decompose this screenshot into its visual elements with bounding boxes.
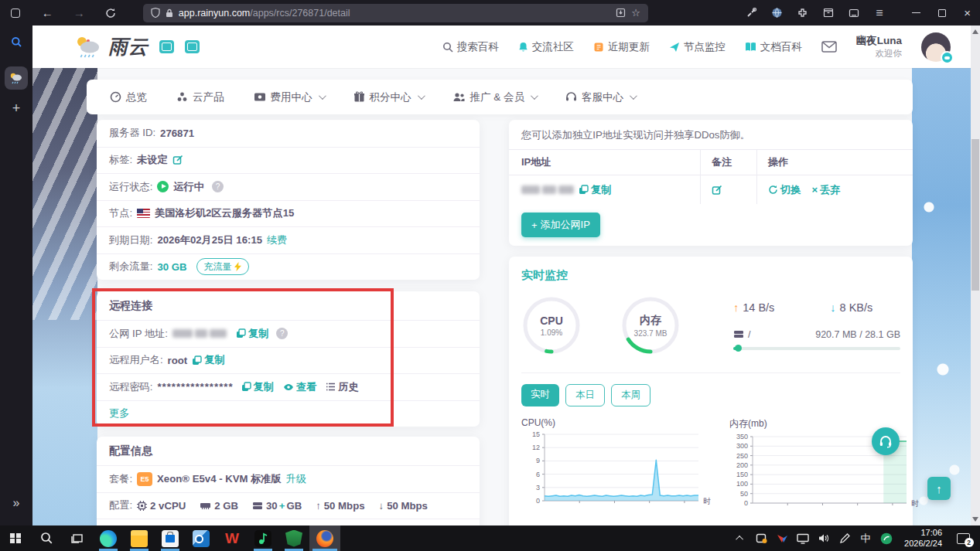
menu-icon[interactable]: ≡ bbox=[869, 4, 890, 22]
taskbar-music-app[interactable] bbox=[248, 525, 278, 551]
support-float-button[interactable] bbox=[872, 427, 900, 455]
forward-button[interactable]: → bbox=[69, 4, 90, 22]
taskbar-store[interactable] bbox=[155, 525, 186, 551]
copy-ip-link[interactable]: 复制 bbox=[579, 183, 611, 197]
tray-av-icon[interactable] bbox=[776, 532, 788, 545]
tray-clock[interactable]: 17:06 2026/2/24 bbox=[904, 528, 942, 549]
notification-center-button[interactable]: 2 bbox=[954, 532, 972, 545]
tab-week[interactable]: 本周 bbox=[611, 384, 650, 406]
edit-icon[interactable] bbox=[172, 155, 183, 165]
minimize-button[interactable] bbox=[903, 3, 929, 23]
taskbar-firefox[interactable] bbox=[309, 525, 340, 551]
node-value: 美国洛杉矶2区云服务器节点15 bbox=[155, 206, 294, 220]
headset-icon bbox=[879, 435, 893, 448]
copy-user-link[interactable]: 复制 bbox=[192, 353, 224, 367]
tab-today[interactable]: 本日 bbox=[565, 384, 605, 406]
renew-link[interactable]: 续费 bbox=[267, 233, 287, 247]
password-history-link[interactable]: 历史 bbox=[326, 380, 358, 394]
taskbar-explorer[interactable] bbox=[124, 525, 155, 551]
taskbar-outlook[interactable] bbox=[186, 525, 217, 551]
tab-manager-icon[interactable] bbox=[11, 9, 20, 18]
help-icon[interactable]: ? bbox=[212, 181, 224, 192]
spec-download: ↓50 Mbps bbox=[379, 500, 428, 512]
download-arrow-icon: ↓ bbox=[830, 301, 835, 314]
mail-button[interactable] bbox=[821, 41, 837, 53]
help-icon[interactable]: ? bbox=[276, 328, 288, 339]
page-viewport: 雨云 搜索百科 交流社区 近期更新 节点监控 文档百科 bbox=[32, 26, 971, 525]
header-nav: 搜索百科 交流社区 近期更新 节点监控 文档百科 幽夜Luna bbox=[442, 32, 951, 62]
active-tab-rainyun[interactable] bbox=[5, 66, 28, 90]
scrollbar-thumb[interactable] bbox=[971, 139, 979, 291]
nav-community[interactable]: 交流社区 bbox=[518, 40, 574, 54]
new-tab-button[interactable]: + bbox=[12, 100, 21, 117]
discard-ip-link[interactable]: × 丢弃 bbox=[811, 183, 840, 197]
taskbar-wps[interactable]: W bbox=[217, 525, 248, 551]
subnav-overview[interactable]: 总览 bbox=[110, 90, 147, 104]
upgrade-link[interactable]: 升级 bbox=[286, 472, 306, 486]
nav-docs[interactable]: 文档百科 bbox=[745, 40, 802, 54]
extension-icon[interactable] bbox=[792, 4, 813, 22]
url-bar[interactable]: app.rainyun.com/apps/rcs/276871/detail ☆ bbox=[143, 4, 648, 22]
close-button[interactable]: × bbox=[954, 3, 980, 23]
taskbar-search-button[interactable] bbox=[31, 525, 62, 551]
password-masked: **************** bbox=[157, 381, 233, 393]
ime-indicator[interactable]: 中 bbox=[859, 532, 872, 545]
page-scrollbar[interactable] bbox=[971, 26, 980, 525]
tray-volume-icon[interactable] bbox=[818, 532, 830, 545]
start-button[interactable] bbox=[0, 525, 31, 551]
subnav-cloud-products[interactable]: 云产品 bbox=[176, 90, 224, 104]
tab-search-icon[interactable] bbox=[11, 36, 22, 48]
restore-button[interactable] bbox=[929, 3, 954, 23]
expand-sidebar-icon[interactable]: » bbox=[13, 496, 20, 510]
scroll-up-arrow[interactable] bbox=[972, 29, 978, 34]
avatar[interactable] bbox=[921, 32, 951, 62]
tray-display-icon[interactable] bbox=[797, 532, 809, 545]
nav-recent-updates[interactable]: 近期更新 bbox=[593, 40, 650, 54]
list-icon bbox=[326, 383, 336, 391]
tray-pen-icon[interactable] bbox=[838, 532, 851, 545]
remote-user-value: root bbox=[168, 355, 188, 366]
tab-realtime[interactable]: 实时 bbox=[521, 384, 559, 406]
bell-icon bbox=[518, 42, 528, 53]
browser-chrome: ← → app.rainyun.com/apps/rcs/276871/deta… bbox=[0, 0, 980, 26]
svg-text:200: 200 bbox=[736, 461, 748, 469]
user-info[interactable]: 幽夜Luna 欢迎你 bbox=[856, 35, 902, 59]
back-button[interactable]: ← bbox=[37, 4, 58, 22]
svg-text:0: 0 bbox=[536, 497, 540, 505]
wrench-icon[interactable] bbox=[741, 4, 762, 22]
archive-box-icon[interactable] bbox=[818, 4, 838, 22]
view-password-link[interactable]: 查看 bbox=[283, 380, 316, 394]
switch-ip-link[interactable]: 切换 bbox=[768, 183, 801, 197]
nav-search-wiki[interactable]: 搜索百科 bbox=[442, 40, 499, 54]
account-globe-icon[interactable] bbox=[767, 4, 787, 22]
add-public-ip-button[interactable]: + 添加公网IP bbox=[521, 213, 600, 237]
subnav-support[interactable]: 客服中心 bbox=[565, 90, 635, 104]
eye-icon bbox=[283, 383, 294, 391]
cubes-icon bbox=[176, 91, 188, 103]
tray-expand-chevron[interactable] bbox=[734, 532, 746, 545]
bookmark-star-icon[interactable]: ☆ bbox=[631, 7, 640, 19]
scroll-down-arrow[interactable] bbox=[972, 517, 978, 522]
nav-node-monitor[interactable]: 节点监控 bbox=[669, 40, 726, 54]
reader-view-icon[interactable] bbox=[843, 4, 864, 22]
recharge-traffic-button[interactable]: 充流量 bbox=[196, 258, 249, 275]
copy-password-link[interactable]: 复制 bbox=[241, 380, 274, 394]
row-plan: 套餐: E5 Xeon® E5v4 - KVM 标准版 升级 bbox=[97, 465, 480, 492]
subnav-points[interactable]: 积分中心 bbox=[353, 90, 423, 104]
task-view-button[interactable] bbox=[62, 525, 93, 551]
rainyun-logo[interactable]: 雨云 bbox=[73, 34, 200, 60]
scroll-top-button[interactable]: ↑ bbox=[927, 477, 951, 500]
subnav-referral[interactable]: 推广 & 会员 bbox=[452, 90, 537, 104]
taskbar-shield-app[interactable] bbox=[278, 525, 309, 551]
more-link[interactable]: 更多 bbox=[109, 406, 129, 420]
copy-ip-link[interactable]: 复制 bbox=[236, 327, 268, 341]
reload-button[interactable] bbox=[101, 4, 121, 22]
tray-snip-icon[interactable] bbox=[755, 532, 767, 545]
taskbar-edge[interactable] bbox=[93, 525, 124, 551]
tray-green-app-icon[interactable] bbox=[880, 532, 893, 545]
subnav-billing[interactable]: 费用中心 bbox=[254, 90, 324, 104]
save-page-icon[interactable] bbox=[616, 8, 626, 18]
translate-badge-icon[interactable] bbox=[185, 40, 200, 53]
edit-note-icon[interactable] bbox=[712, 185, 722, 196]
image-badge-icon[interactable] bbox=[159, 40, 174, 53]
